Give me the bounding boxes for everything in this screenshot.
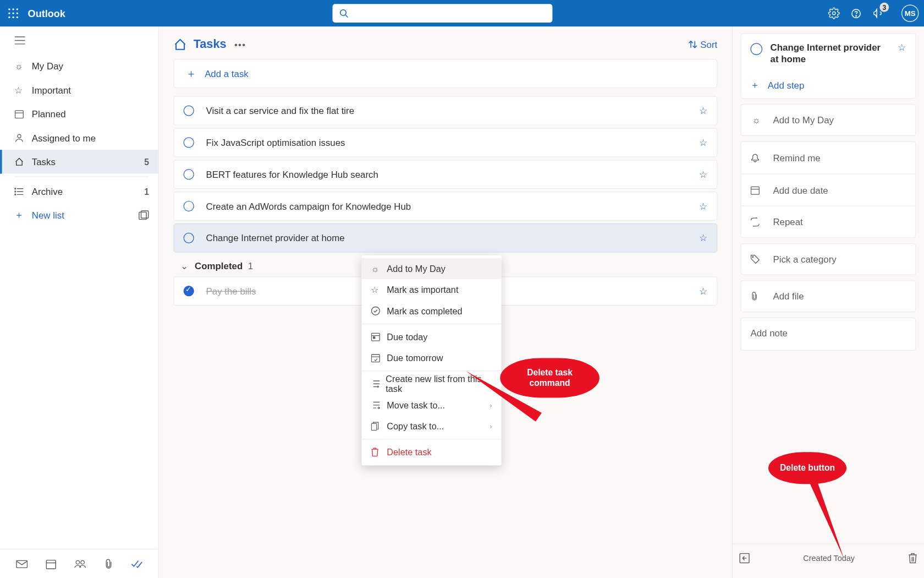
ctx-due-today[interactable]: Due today — [362, 326, 502, 348]
sidebar-item-planned[interactable]: Planned — [0, 102, 158, 126]
svg-point-2 — [16, 8, 18, 10]
complete-circle[interactable] — [184, 169, 194, 179]
new-list-button[interactable]: ＋New list — [0, 204, 158, 227]
add-file-button[interactable]: Add file — [740, 280, 916, 312]
bell-icon — [750, 153, 762, 162]
sidebar-item-tasks[interactable]: Tasks5 — [0, 150, 158, 173]
help-button[interactable] — [850, 8, 861, 19]
svg-point-33 — [76, 560, 80, 564]
note-input[interactable]: Add note — [740, 318, 916, 351]
page-title: Tasks — [194, 37, 227, 51]
ctx-mark-important[interactable]: ☆Mark as important — [362, 279, 502, 301]
more-button[interactable]: ••• — [234, 39, 246, 49]
people-icon[interactable] — [74, 559, 86, 569]
new-group-icon[interactable] — [139, 210, 149, 221]
sort-button[interactable]: Sort — [689, 39, 718, 49]
calendar-icon[interactable] — [45, 559, 56, 569]
annotation-callout: Delete taskcommand — [500, 358, 600, 397]
calendar-tomorrow-icon — [371, 353, 387, 363]
settings-button[interactable] — [828, 7, 840, 19]
divider — [14, 176, 148, 177]
star-icon[interactable]: ☆ — [699, 286, 708, 296]
repeat-button[interactable]: Repeat — [741, 205, 916, 237]
ctx-mark-completed[interactable]: Mark as completed — [362, 301, 502, 322]
complete-circle[interactable] — [184, 233, 194, 243]
svg-rect-17 — [15, 111, 24, 118]
svg-point-24 — [14, 191, 15, 192]
svg-rect-35 — [751, 187, 760, 194]
todo-icon[interactable] — [131, 560, 143, 568]
star-icon[interactable]: ☆ — [898, 42, 906, 52]
add-task-input[interactable]: ＋Add a task — [174, 59, 718, 88]
sidebar-item-assigned[interactable]: Assigned to me — [0, 126, 158, 150]
svg-rect-42 — [373, 337, 375, 339]
list-header: Tasks ••• Sort — [174, 37, 718, 51]
task-row[interactable]: Visit a car service and fix the flat tir… — [174, 96, 718, 126]
svg-point-6 — [8, 17, 10, 18]
star-icon[interactable]: ☆ — [699, 137, 708, 148]
add-step-button[interactable]: ＋Add step — [741, 73, 916, 98]
ctx-copy-task[interactable]: Copy task to...› — [362, 416, 502, 437]
app-header: Outlook 3 MS — [0, 0, 924, 26]
delete-task-button[interactable] — [904, 549, 921, 568]
sun-icon: ☼ — [371, 264, 387, 274]
details-footer: Created Today — [733, 544, 924, 572]
repeat-icon — [750, 217, 762, 226]
svg-point-19 — [18, 134, 21, 138]
complete-circle[interactable] — [750, 43, 762, 55]
app-launcher-button[interactable] — [0, 8, 26, 18]
star-icon[interactable]: ☆ — [699, 233, 708, 243]
notification-badge: 3 — [879, 3, 889, 12]
task-row[interactable]: BERT features for Knowledge Hub search☆ — [174, 160, 718, 189]
sidebar-item-label: Assigned to me — [32, 133, 96, 143]
svg-point-1 — [12, 8, 14, 10]
remind-me-button[interactable]: Remind me — [741, 142, 916, 174]
task-count: 5 — [144, 157, 149, 167]
ctx-move-task[interactable]: Move task to...› — [362, 395, 502, 416]
star-icon[interactable]: ☆ — [699, 169, 708, 179]
complete-circle[interactable] — [184, 201, 194, 211]
due-date-button[interactable]: Add due date — [741, 174, 916, 206]
app-switcher — [0, 549, 158, 578]
person-icon — [14, 133, 31, 143]
ctx-delete-task[interactable]: Delete task — [362, 441, 502, 463]
calendar-icon — [14, 110, 31, 119]
ctx-add-my-day[interactable]: ☼Add to My Day — [362, 258, 502, 279]
ctx-due-tomorrow[interactable]: Due tomorrow — [362, 347, 502, 369]
task-row[interactable]: Create an AdWords campaign for Knowledge… — [174, 192, 718, 221]
sidebar-item-label: Tasks — [32, 156, 56, 167]
category-button[interactable]: Pick a category — [740, 243, 916, 275]
star-icon: ☆ — [371, 285, 387, 295]
attach-icon[interactable] — [103, 559, 113, 569]
avatar[interactable]: MS — [901, 4, 919, 21]
svg-point-34 — [80, 560, 84, 564]
sidebar: ☼My Day ☆Important Planned Assigned to m… — [0, 26, 159, 578]
task-row[interactable]: Fix JavaScript optimisation issues☆ — [174, 128, 718, 157]
sidebar-item-my-day[interactable]: ☼My Day — [0, 54, 158, 78]
chevron-down-icon: ⌄ — [180, 260, 188, 271]
sidebar-item-label: Archive — [32, 186, 63, 197]
sun-icon: ☼ — [750, 114, 762, 125]
svg-rect-40 — [371, 333, 380, 341]
star-icon[interactable]: ☆ — [699, 201, 708, 211]
sidebar-item-archive[interactable]: Archive1 — [0, 179, 158, 203]
sidebar-item-important[interactable]: ☆Important — [0, 78, 158, 102]
star-icon[interactable]: ☆ — [699, 105, 708, 116]
complete-circle[interactable] — [184, 105, 194, 116]
task-row[interactable]: Change Internet provider at home☆ — [174, 223, 718, 253]
megaphone-button[interactable]: 3 — [872, 7, 884, 19]
attach-icon — [750, 292, 762, 301]
svg-point-11 — [833, 12, 835, 14]
home-icon — [14, 157, 31, 166]
svg-point-39 — [371, 307, 380, 315]
app-name: Outlook — [28, 8, 65, 19]
complete-circle[interactable] — [184, 137, 194, 148]
hamburger-button[interactable] — [0, 26, 158, 54]
archive-count: 1 — [144, 187, 149, 197]
add-to-my-day-button[interactable]: ☼Add to My Day — [740, 104, 916, 136]
check-circle-icon — [371, 306, 387, 315]
collapse-details-button[interactable] — [735, 549, 754, 568]
complete-circle[interactable] — [184, 286, 194, 296]
search-box[interactable] — [333, 4, 553, 23]
mail-icon[interactable] — [15, 559, 28, 569]
